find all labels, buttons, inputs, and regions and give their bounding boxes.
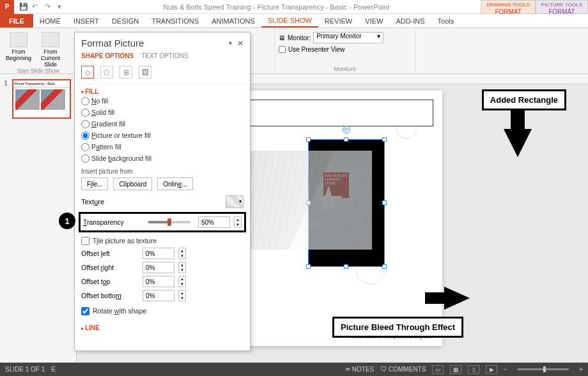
tab-animations[interactable]: ANIMATIONS <box>205 14 261 27</box>
sorter-view-icon[interactable]: ▦ <box>450 365 461 374</box>
transparency-input[interactable] <box>198 216 230 228</box>
ribbon-group-monitors: 🖥 Monitor: Primary Monitor ▾ Use Present… <box>275 28 415 73</box>
file-button[interactable]: File... <box>81 177 108 190</box>
tab-transitions[interactable]: TRANSITIONS <box>145 14 205 27</box>
pane-dropdown-icon[interactable]: ▾ <box>229 40 232 47</box>
tab-home[interactable]: HOME <box>33 14 67 27</box>
monitor-select[interactable]: Primary Monitor ▾ <box>313 32 383 43</box>
step-1-badge: 1 <box>59 213 75 229</box>
zoom-in-icon[interactable]: + <box>579 366 583 373</box>
pattern-fill-radio[interactable]: Pattern fill <box>81 141 244 153</box>
insert-from-label: Insert picture from <box>81 168 244 175</box>
texture-picker[interactable]: ▾ <box>226 195 244 208</box>
contextual-tool-tabs: DRAWING TOOLS FORMAT PICTURE TOOLS FORMA… <box>481 0 588 14</box>
save-icon[interactable]: 💾 <box>19 3 28 11</box>
slide-thumbnail-1[interactable]: Picture Transparency - Basic <box>12 79 71 119</box>
slideshow-view-icon[interactable]: ▶ <box>486 365 497 374</box>
no-fill-radio[interactable]: No fill <box>81 95 244 107</box>
fill-section-header[interactable]: FILL <box>81 88 244 95</box>
transparency-slider[interactable] <box>148 221 190 223</box>
shape-options-tab[interactable]: SHAPE OPTIONS <box>81 52 134 59</box>
monitor-icon: 🖥 <box>279 34 285 41</box>
lang-icon[interactable]: E <box>51 366 56 373</box>
tab-design[interactable]: DESIGN <box>105 14 145 27</box>
offset-left-input[interactable] <box>143 248 174 259</box>
qat-more-icon[interactable]: ▾ <box>58 3 66 11</box>
picture-fill-radio[interactable]: Picture or texture fill <box>81 130 244 141</box>
offset-right-label: Offset right <box>81 264 139 271</box>
zoom-out-icon[interactable]: − <box>504 366 507 373</box>
undo-icon[interactable]: ↶ <box>32 3 41 11</box>
rotate-handle-icon[interactable]: ⟳ <box>343 126 350 133</box>
fill-line-icon[interactable]: ◇ <box>81 66 94 79</box>
text-options-tab[interactable]: TEXT OPTIONS <box>141 52 188 59</box>
pane-title: Format Picture <box>81 38 229 49</box>
presenter-view-checkbox[interactable]: Use Presenter View <box>279 46 411 53</box>
normal-view-icon[interactable]: ▭ <box>432 365 444 374</box>
tab-file[interactable]: FILE <box>0 14 33 27</box>
notes-button[interactable]: ≐ NOTES <box>345 366 374 373</box>
transparent-picture[interactable]: THE WORLD'S LARGEST STORE macy's <box>244 151 372 250</box>
redo-icon[interactable]: ↷ <box>45 3 54 11</box>
picture-tools-tab[interactable]: PICTURE TOOLS FORMAT <box>536 0 588 14</box>
quick-access-toolbar: 💾 ↶ ↷ ▾ <box>14 3 72 11</box>
thumb-number: 1 <box>4 79 8 87</box>
slide-count: SLIDE 1 OF 1 <box>5 366 45 373</box>
tab-slideshow[interactable]: SLIDE SHOW <box>261 14 318 27</box>
ribbon-group-start: From Beginning From Current Slide Start … <box>0 28 77 73</box>
tab-tools[interactable]: Tools <box>431 14 461 27</box>
solid-fill-radio[interactable]: Solid fill <box>81 107 244 118</box>
tab-insert[interactable]: INSERT <box>67 14 105 27</box>
arrow-down-icon <box>504 129 532 157</box>
tab-view[interactable]: VIEW <box>359 14 389 27</box>
clipboard-button[interactable]: Clipboard <box>113 177 152 190</box>
rotate-checkbox[interactable]: Rotate with shape <box>81 305 244 317</box>
app-icon: P <box>0 0 14 14</box>
drawing-tools-tab[interactable]: DRAWING TOOLS FORMAT <box>481 0 535 14</box>
callout-bleed-effect: Picture Bleed Through Effect <box>332 317 463 338</box>
zoom-slider[interactable] <box>518 368 569 370</box>
offset-top-label: Offset top <box>81 278 139 285</box>
arrow-right-icon <box>444 287 470 310</box>
from-beginning-icon <box>10 32 27 47</box>
tile-checkbox[interactable]: Tile picture as texture <box>81 235 244 246</box>
effects-icon[interactable]: ⬠ <box>100 66 113 79</box>
window-title: Nuts & Bolts Speed Training - Picture Tr… <box>72 3 481 11</box>
transparent-picture-group[interactable]: ⟳ THE WORLD'S LARGEST STORE macy's <box>244 151 372 250</box>
transparency-label: Transparency <box>83 218 141 226</box>
offset-right-input[interactable] <box>143 262 174 273</box>
gradient-fill-radio[interactable]: Gradient fill <box>81 118 244 130</box>
from-current-icon <box>42 32 59 47</box>
comments-button[interactable]: 🗨 COMMENTS <box>380 366 426 373</box>
line-section-header[interactable]: LINE <box>81 324 244 331</box>
offset-left-label: Offset left <box>81 250 139 257</box>
offset-top-input[interactable] <box>143 276 174 287</box>
transparency-spinner[interactable]: ▲▼ <box>234 216 242 228</box>
size-properties-icon[interactable]: ⊞ <box>120 66 132 79</box>
tab-addins[interactable]: ADD-INS <box>389 14 431 27</box>
slide-bg-fill-radio[interactable]: Slide background fill <box>81 153 244 164</box>
from-current-button[interactable]: From Current Slide <box>36 29 65 68</box>
callout-added-rectangle: Added Rectangle <box>482 89 566 110</box>
format-picture-pane: Format Picture ▾ ✕ SHAPE OPTIONS TEXT OP… <box>74 32 251 351</box>
title-bar: P 💾 ↶ ↷ ▾ Nuts & Bolts Speed Training - … <box>0 0 588 14</box>
tab-review[interactable]: REVIEW <box>318 14 359 27</box>
reading-view-icon[interactable]: ▯ <box>468 365 479 374</box>
close-icon[interactable]: ✕ <box>237 39 244 48</box>
offset-bottom-input[interactable] <box>143 290 174 301</box>
from-beginning-button[interactable]: From Beginning <box>4 29 33 68</box>
online-button[interactable]: Online... <box>157 177 192 190</box>
picture-icon[interactable]: 🖼 <box>139 66 151 79</box>
status-bar: SLIDE 1 OF 1 E ≐ NOTES 🗨 COMMENTS ▭ ▦ ▯ … <box>0 363 588 376</box>
texture-label: Texture <box>81 198 104 206</box>
offset-bottom-label: Offset bottom <box>81 292 139 299</box>
ribbon-tabs: FILE HOME INSERT DESIGN TRANSITIONS ANIM… <box>0 14 588 28</box>
